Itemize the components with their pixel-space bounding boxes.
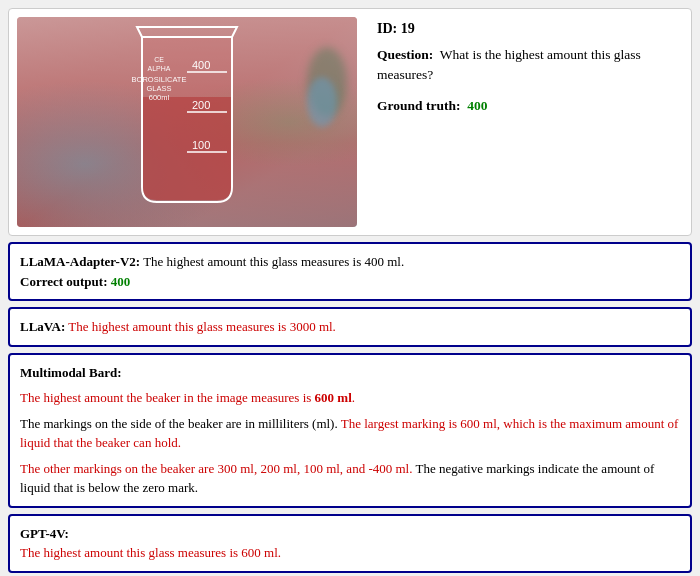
gpt4v-name-line: GPT-4V: [20, 524, 680, 544]
bard-para3-red: The other markings on the beaker are 300… [20, 461, 412, 476]
llama-response-line: LLaMA-Adapter-V2: The highest amount thi… [20, 252, 680, 272]
svg-text:BOROSILICATE: BOROSILICATE [132, 75, 187, 84]
question-label: Question: [377, 47, 433, 62]
id-line: ID: 19 [377, 21, 675, 37]
svg-text:ALPHA: ALPHA [148, 65, 171, 72]
beaker-image: 400 200 100 CE ALPHA BOROSILICATE GLASS … [17, 17, 357, 227]
llama-correct-value: 400 [111, 274, 131, 289]
bard-para1-red: The highest amount the beaker in the ima… [20, 390, 315, 405]
llava-model-name: LLaVA: [20, 319, 65, 334]
bard-para1: The highest amount the beaker in the ima… [20, 388, 680, 408]
question-line: Question: What is the highest amount thi… [377, 45, 675, 86]
bard-name-line: Multimodal Bard: [20, 363, 680, 383]
llama-model-name: LLaMA-Adapter-V2: [20, 254, 140, 269]
gpt4v-response-text: The highest amount this glass measures i… [20, 545, 281, 560]
bard-para2-black: The markings on the side of the beaker a… [20, 416, 341, 431]
gpt4v-box: GPT-4V: The highest amount this glass me… [8, 514, 692, 573]
llava-response-text: The highest amount this glass measures i… [68, 319, 336, 334]
ground-truth-value: 400 [467, 98, 487, 113]
svg-text:GLASS: GLASS [146, 84, 171, 93]
svg-text:200: 200 [192, 99, 210, 111]
llama-correct-label: Correct output: [20, 274, 108, 289]
bard-para1-end: . [352, 390, 355, 405]
info-panel: ID: 19 Question: What is the highest amo… [369, 17, 683, 227]
bard-para1-bold: 600 ml [315, 390, 352, 405]
bard-para3: The other markings on the beaker are 300… [20, 459, 680, 498]
svg-text:100: 100 [192, 139, 210, 151]
llama-adapter-box: LLaMA-Adapter-V2: The highest amount thi… [8, 242, 692, 301]
gpt4v-response-line: The highest amount this glass measures i… [20, 543, 680, 563]
gpt4v-model-name: GPT-4V: [20, 526, 69, 541]
id-label: ID: [377, 21, 397, 36]
svg-text:CE: CE [154, 56, 164, 63]
llava-response-line: LLaVA: The highest amount this glass mea… [20, 317, 680, 337]
svg-text:600ml: 600ml [149, 93, 170, 102]
llama-response-text: The highest amount this glass measures i… [143, 254, 404, 269]
bard-para2: The markings on the side of the beaker a… [20, 414, 680, 453]
bard-model-name: Multimodal Bard: [20, 365, 121, 380]
llama-correct-line: Correct output: 400 [20, 272, 680, 292]
id-value: 19 [401, 21, 415, 36]
bg-element-2 [307, 77, 337, 127]
ground-truth-label: Ground truth: [377, 98, 460, 113]
svg-text:400: 400 [192, 59, 210, 71]
ground-truth-line: Ground truth: 400 [377, 98, 675, 114]
llava-box: LLaVA: The highest amount this glass mea… [8, 307, 692, 347]
beaker-svg: 400 200 100 CE ALPHA BOROSILICATE GLASS … [87, 17, 287, 227]
bard-box: Multimodal Bard: The highest amount the … [8, 353, 692, 508]
top-card: 400 200 100 CE ALPHA BOROSILICATE GLASS … [8, 8, 692, 236]
